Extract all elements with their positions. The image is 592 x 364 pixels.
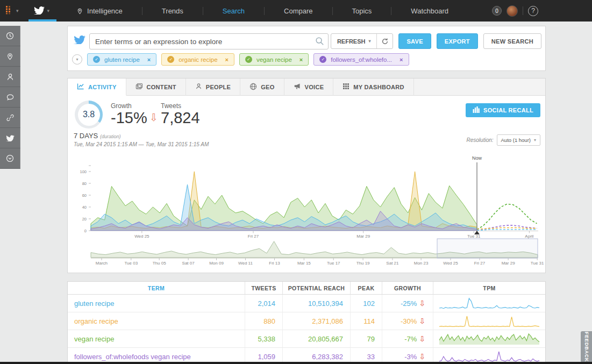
link-icon bbox=[6, 113, 15, 122]
window-edge bbox=[0, 362, 592, 364]
svg-text:Fri 27: Fri 27 bbox=[248, 234, 259, 239]
tabs-filler bbox=[414, 78, 545, 96]
notification-badge[interactable]: 0 bbox=[492, 6, 502, 16]
close-icon[interactable]: × bbox=[299, 56, 303, 63]
tab-voice[interactable]: VOICE bbox=[284, 78, 334, 96]
term-cell[interactable]: gluten recipe bbox=[68, 295, 245, 312]
nav-item-watchboard[interactable]: Watchboard bbox=[391, 7, 468, 15]
svg-text:Mon 23: Mon 23 bbox=[414, 261, 429, 266]
close-icon[interactable]: × bbox=[147, 56, 151, 63]
close-icon[interactable]: × bbox=[225, 56, 229, 63]
nav-item-label: Compare bbox=[284, 7, 312, 15]
column-header-growth[interactable]: GROWTH bbox=[382, 282, 433, 294]
nav-right-cluster: 0 ? bbox=[492, 5, 538, 17]
svg-text:Thu 05: Thu 05 bbox=[153, 261, 166, 266]
chevron-down-icon: ▾ bbox=[534, 138, 536, 142]
nav-item-search[interactable]: Search bbox=[203, 7, 264, 15]
tpm-cell bbox=[433, 312, 545, 330]
column-header-peak[interactable]: PEAK bbox=[351, 282, 382, 294]
refresh-now-button[interactable] bbox=[376, 34, 393, 48]
term-chip-2[interactable]: ✓organic recipe× bbox=[161, 53, 234, 66]
table-row[interactable]: vegan recipe5,33820,805,66779-7%⇩ bbox=[68, 330, 545, 348]
nav-item-label: Search bbox=[223, 7, 245, 15]
tab-my-dashboard[interactable]: MY DASHBOARD bbox=[333, 78, 413, 96]
tweets-cell: 880 bbox=[245, 312, 283, 330]
avatar[interactable] bbox=[507, 5, 518, 17]
check-icon[interactable]: ✓ bbox=[93, 56, 100, 63]
column-header-tpm[interactable]: TPM bbox=[433, 282, 545, 294]
column-header-potential-reach[interactable]: POTENTIAL REACH bbox=[283, 282, 351, 294]
sidebar-person-icon[interactable] bbox=[0, 67, 20, 87]
check-icon[interactable]: ✓ bbox=[319, 56, 326, 63]
term-cell[interactable]: vegan recipe bbox=[68, 330, 245, 347]
social-recall-button[interactable]: SOCIAL RECALL bbox=[466, 103, 540, 117]
tweets-value: 7,824 bbox=[161, 110, 200, 126]
gauge-value: 3.8 bbox=[78, 104, 100, 126]
activity-timeseries-chart[interactable]: 020406080100Wed 25Fri 27Mar 29Tue 31Apri… bbox=[71, 154, 544, 271]
new-search-button[interactable]: NEW SEARCH bbox=[483, 33, 541, 49]
logo-caret-icon: ▾ bbox=[16, 8, 19, 13]
table-row[interactable]: organic recipe8802,371,086114-30%⇩ bbox=[68, 312, 545, 330]
tab-people[interactable]: PEOPLE bbox=[186, 78, 240, 96]
svg-text:Wed 11: Wed 11 bbox=[238, 261, 253, 266]
dashboard-grid-icon bbox=[343, 83, 350, 91]
twitter-search-icon bbox=[74, 34, 85, 46]
nav-item-intelligence[interactable]: Intelligence bbox=[57, 7, 142, 15]
growth-metric: Growth -15%⇩ bbox=[111, 102, 158, 126]
tweets-cell: 2,014 bbox=[245, 295, 283, 312]
search-input[interactable] bbox=[89, 33, 329, 49]
svg-text:Thu 19: Thu 19 bbox=[356, 261, 370, 266]
table-row[interactable]: gluten recipe2,01410,510,394102-25%⇩ bbox=[68, 295, 545, 312]
export-button[interactable]: EXPORT bbox=[437, 33, 478, 49]
date-range: Tue, Mar 24 2015 1:15 AM — Tue, Mar 31 2… bbox=[74, 141, 209, 147]
term-chip-1[interactable]: ✓gluten recipe× bbox=[87, 53, 156, 66]
sidebar-expand-icon[interactable] bbox=[0, 148, 20, 169]
sidebar-link-icon[interactable] bbox=[0, 108, 20, 128]
down-arrow-icon: ⇩ bbox=[419, 299, 425, 308]
sidebar-twitter-icon[interactable] bbox=[0, 128, 20, 148]
svg-text:Wed 25: Wed 25 bbox=[443, 261, 458, 266]
sidebar-chat-icon[interactable] bbox=[0, 87, 20, 108]
nav-item-topics[interactable]: Topics bbox=[333, 7, 391, 15]
growth-cell: -25%⇩ bbox=[382, 295, 433, 312]
column-header-tweets[interactable]: TWEETS bbox=[245, 282, 283, 294]
svg-text:Mon 09: Mon 09 bbox=[209, 261, 224, 266]
tab-activity[interactable]: ACTIVITY bbox=[68, 78, 126, 96]
nav-menu: IntelligenceTrendsSearchCompareTopicsWat… bbox=[57, 0, 468, 22]
help-button[interactable]: ? bbox=[528, 6, 538, 16]
tpm-sparkline bbox=[438, 314, 540, 328]
nav-item-label: Trends bbox=[162, 7, 183, 15]
save-button[interactable]: SAVE bbox=[398, 33, 431, 49]
resolution-select[interactable]: Auto (1 hour)▾ bbox=[497, 134, 540, 146]
feedback-tab[interactable]: FEEDBACK bbox=[581, 331, 592, 362]
down-arrow-icon: ⇩ bbox=[419, 334, 425, 343]
check-icon[interactable]: ✓ bbox=[245, 56, 252, 63]
time-brush-selection[interactable] bbox=[437, 239, 538, 258]
close-icon[interactable]: × bbox=[400, 56, 403, 63]
column-header-term[interactable]: TERM bbox=[68, 282, 245, 294]
tab-content[interactable]: CONTENT bbox=[126, 78, 186, 96]
search-icon[interactable] bbox=[315, 37, 324, 48]
term-cell[interactable]: organic recipe bbox=[68, 312, 245, 330]
score-gauge: 3.8 bbox=[75, 101, 103, 129]
app-logo[interactable]: ▾ bbox=[0, 0, 24, 22]
tab-geo[interactable]: GEO bbox=[240, 78, 284, 96]
tab-label: ACTIVITY bbox=[88, 84, 117, 90]
tab-label: PEOPLE bbox=[206, 84, 231, 90]
check-icon[interactable]: ✓ bbox=[167, 56, 174, 63]
sidebar-clock-icon[interactable] bbox=[0, 26, 20, 46]
collapse-terms-button[interactable]: ▾ bbox=[72, 54, 82, 65]
down-arrow-icon: ⇩ bbox=[419, 317, 425, 325]
nav-item-compare[interactable]: Compare bbox=[265, 7, 332, 15]
sidebar-location-pin-icon[interactable] bbox=[0, 46, 20, 67]
growth-value: -25% bbox=[401, 299, 417, 308]
growth-value: -7% bbox=[404, 335, 417, 343]
tpm-cell bbox=[433, 330, 545, 347]
term-chip-4[interactable]: ✓followers_of:wholefo...× bbox=[313, 53, 409, 66]
term-chip-3[interactable]: ✓vegan recipe× bbox=[239, 53, 309, 66]
svg-text:April: April bbox=[525, 234, 533, 239]
refresh-dropdown-button[interactable]: REFRESH▾ bbox=[331, 34, 377, 48]
potential-reach-cell: 10,510,394 bbox=[283, 295, 351, 312]
twitter-channel-selector[interactable]: ▾ bbox=[24, 0, 58, 22]
nav-item-trends[interactable]: Trends bbox=[142, 7, 203, 15]
